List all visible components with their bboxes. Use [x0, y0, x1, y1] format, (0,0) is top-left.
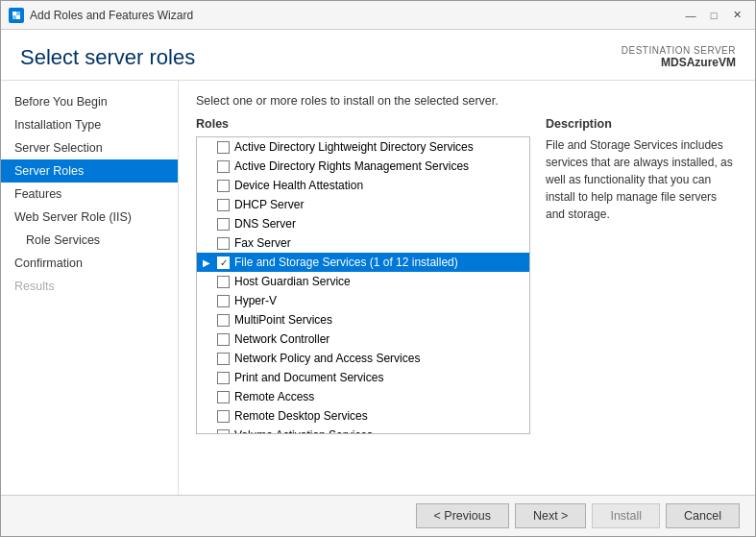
checkbox-hgs[interactable] — [217, 276, 230, 288]
checkbox-print[interactable] — [217, 372, 230, 384]
role-label-print: Print and Document Services — [234, 371, 383, 384]
sidebar-item-results: Results — [1, 275, 178, 298]
role-item-rds[interactable]: Remote Desktop Services — [197, 406, 529, 426]
role-item-dhcp[interactable]: DHCP Server — [197, 195, 529, 214]
role-item-multipoint[interactable]: MultiPoint Services — [197, 310, 529, 330]
role-label-hgs: Host Guardian Service — [234, 275, 351, 288]
checkbox-rras[interactable] — [217, 391, 230, 403]
expand-arrow-npas — [203, 354, 214, 364]
expand-arrow-rras — [203, 392, 214, 403]
checkbox-adrms[interactable] — [217, 160, 230, 173]
svg-rect-1 — [16, 15, 20, 19]
sidebar-item-server-selection[interactable]: Server Selection — [1, 136, 178, 159]
window-controls: — □ ✕ — [680, 5, 747, 26]
sidebar-item-installation-type[interactable]: Installation Type — [1, 113, 178, 136]
expand-arrow-adlds — [203, 142, 214, 153]
sidebar-item-confirmation[interactable]: Confirmation — [1, 252, 178, 275]
checkbox-dha[interactable] — [217, 180, 230, 192]
role-label-file-storage: File and Storage Services (1 of 12 insta… — [234, 256, 458, 269]
checkbox-vas[interactable] — [217, 429, 230, 435]
svg-rect-2 — [16, 12, 20, 15]
role-item-hyperv[interactable]: Hyper-V — [197, 291, 529, 310]
sidebar: Before You Begin Installation Type Serve… — [1, 81, 179, 495]
role-label-multipoint: MultiPoint Services — [234, 313, 332, 327]
checkbox-npas[interactable] — [217, 353, 230, 365]
role-label-rras: Remote Access — [234, 390, 314, 403]
checkbox-multipoint[interactable] — [217, 314, 230, 327]
role-item-hgs[interactable]: Host Guardian Service — [197, 272, 529, 291]
role-label-npas: Network Policy and Access Services — [234, 352, 420, 365]
role-label-rds: Remote Desktop Services — [234, 409, 368, 423]
role-item-vas[interactable]: Volume Activation Services — [197, 426, 529, 434]
next-button[interactable]: Next > — [515, 503, 586, 528]
sidebar-item-before-you-begin[interactable]: Before You Begin — [1, 90, 178, 113]
role-label-dhcp: DHCP Server — [234, 198, 304, 211]
expand-arrow-file-storage: ▶ — [203, 257, 214, 268]
checkbox-netcontroller[interactable] — [217, 333, 230, 346]
role-item-fax[interactable]: Fax Server — [197, 233, 529, 253]
body-area: Before You Begin Installation Type Serve… — [1, 81, 755, 495]
role-item-npas[interactable]: Network Policy and Access Services — [197, 349, 529, 368]
checkbox-hyperv[interactable] — [217, 295, 230, 307]
sidebar-item-features[interactable]: Features — [1, 183, 178, 206]
expand-arrow-print — [203, 373, 214, 383]
role-item-adrms[interactable]: Active Directory Rights Management Servi… — [197, 157, 529, 176]
app-icon — [9, 8, 24, 23]
sidebar-item-web-server-role[interactable]: Web Server Role (IIS) — [1, 206, 178, 229]
role-item-file-storage[interactable]: ▶ ✓ File and Storage Services (1 of 12 i… — [197, 253, 529, 272]
dest-server-label: DESTINATION SERVER — [622, 45, 736, 56]
description-panel: Description File and Storage Services in… — [546, 117, 738, 434]
roles-header: Roles — [196, 117, 530, 131]
expand-arrow-rds — [203, 411, 214, 422]
main-window: Add Roles and Features Wizard — □ ✕ Sele… — [0, 0, 756, 537]
description-text: File and Storage Services includes servi… — [546, 136, 738, 223]
checkbox-dhcp[interactable] — [217, 199, 230, 211]
role-item-print[interactable]: Print and Document Services — [197, 368, 529, 387]
expand-arrow-dha — [203, 181, 214, 191]
expand-arrow-hgs — [203, 277, 214, 287]
checkbox-fax[interactable] — [217, 237, 230, 250]
checkbox-dns[interactable] — [217, 218, 230, 231]
svg-rect-3 — [12, 15, 16, 19]
sidebar-item-role-services[interactable]: Role Services — [1, 229, 178, 252]
cancel-button[interactable]: Cancel — [666, 503, 740, 528]
role-item-adlds[interactable]: Active Directory Lightweight Directory S… — [197, 137, 529, 157]
expand-arrow-fax — [203, 238, 214, 249]
window-title: Add Roles and Features Wizard — [30, 9, 680, 22]
role-item-netcontroller[interactable]: Network Controller — [197, 330, 529, 349]
role-label-dha: Device Health Attestation — [234, 179, 363, 192]
close-button[interactable]: ✕ — [726, 5, 747, 26]
roles-list-container[interactable]: Active Directory Lightweight Directory S… — [196, 136, 530, 434]
expand-arrow-dhcp — [203, 200, 214, 210]
svg-rect-0 — [12, 12, 16, 15]
role-item-dns[interactable]: DNS Server — [197, 214, 529, 233]
footer-bar: < Previous Next > Install Cancel — [1, 495, 755, 536]
previous-button[interactable]: < Previous — [416, 503, 509, 528]
role-label-dns: DNS Server — [234, 217, 296, 231]
expand-arrow-netcontroller — [203, 334, 214, 345]
header-banner: Select server roles DESTINATION SERVER M… — [1, 30, 755, 81]
role-item-dha[interactable]: Device Health Attestation — [197, 176, 529, 195]
two-col-layout: Roles Active Directory Lightweight Direc… — [196, 117, 738, 434]
role-label-vas: Volume Activation Services — [234, 428, 373, 434]
checkbox-adlds[interactable] — [217, 141, 230, 154]
page-title: Select server roles — [20, 45, 195, 70]
expand-arrow-vas — [203, 430, 214, 435]
instruction-text: Select one or more roles to install on t… — [196, 94, 738, 108]
sidebar-item-server-roles[interactable]: Server Roles — [1, 159, 178, 183]
checkbox-file-storage[interactable]: ✓ — [217, 256, 230, 269]
minimize-button[interactable]: — — [680, 5, 701, 26]
role-label-fax: Fax Server — [234, 236, 291, 250]
expand-arrow-hyperv — [203, 296, 214, 306]
role-label-adrms: Active Directory Rights Management Servi… — [234, 159, 469, 173]
roles-panel: Roles Active Directory Lightweight Direc… — [196, 117, 530, 434]
maximize-button[interactable]: □ — [703, 5, 724, 26]
role-label-adlds: Active Directory Lightweight Directory S… — [234, 140, 474, 154]
expand-arrow-dns — [203, 219, 214, 230]
install-button[interactable]: Install — [592, 503, 660, 528]
main-content: Select one or more roles to install on t… — [179, 81, 755, 495]
role-item-rras[interactable]: Remote Access — [197, 387, 529, 406]
destination-server-info: DESTINATION SERVER MDSAzureVM — [622, 45, 736, 69]
checkbox-rds[interactable] — [217, 410, 230, 423]
description-header: Description — [546, 117, 738, 131]
